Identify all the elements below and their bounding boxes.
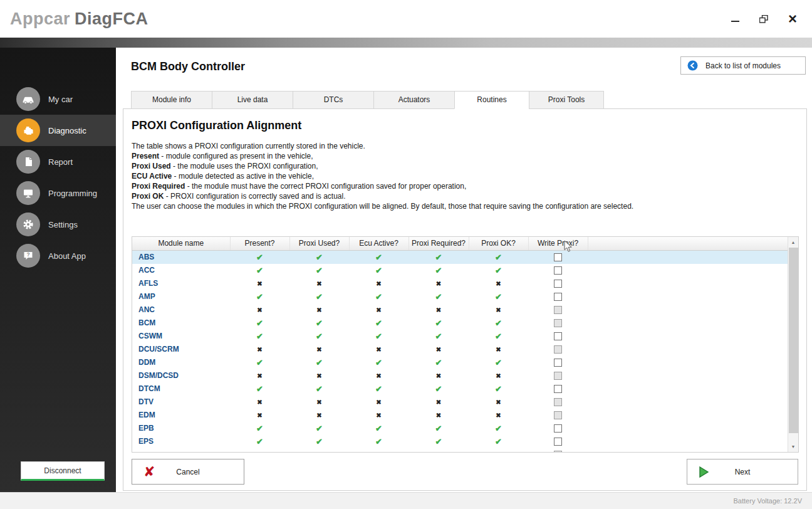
table-row[interactable]: DCU/SCRM✖✖✖✖✖ bbox=[132, 343, 789, 356]
write-proxi-checkbox[interactable] bbox=[554, 280, 562, 288]
car-icon bbox=[16, 87, 40, 111]
write-proxi-checkbox[interactable] bbox=[554, 332, 562, 340]
filler-cell bbox=[588, 435, 789, 448]
window-controls: × bbox=[729, 13, 798, 24]
module-name-cell: EPB bbox=[132, 422, 230, 435]
close-button[interactable]: × bbox=[787, 13, 798, 24]
check-icon: ✔ bbox=[349, 250, 409, 264]
scrollbar-thumb[interactable] bbox=[789, 248, 798, 433]
filler-cell bbox=[588, 448, 789, 453]
description-line: The table shows a PROXI configuration cu… bbox=[132, 141, 799, 151]
minimize-icon bbox=[731, 21, 739, 22]
table-row[interactable]: DSM/DCSD✖✖✖✖✖ bbox=[132, 369, 789, 382]
write-proxi-checkbox[interactable] bbox=[554, 438, 562, 446]
filler-cell bbox=[588, 422, 789, 435]
scroll-up-icon[interactable]: ▲ bbox=[788, 237, 798, 248]
check-icon: ✔ bbox=[289, 382, 349, 396]
write-proxi-checkbox[interactable] bbox=[554, 253, 562, 261]
tab-module-info[interactable]: Module info bbox=[131, 91, 212, 109]
tab-proxi-tools[interactable]: Proxi Tools bbox=[529, 91, 604, 109]
table-row[interactable]: DTV✖✖✖✖✖ bbox=[132, 396, 789, 409]
col-module-name[interactable]: Module name bbox=[132, 237, 230, 250]
title-bar: AppcarDiagFCA × bbox=[0, 0, 812, 38]
cross-icon: ✖ bbox=[230, 303, 289, 317]
table-row[interactable]: AFLS✖✖✖✖✖ bbox=[132, 277, 789, 290]
cross-icon: ✖ bbox=[230, 396, 289, 409]
cross-icon: ✖ bbox=[409, 396, 469, 409]
check-icon: ✔ bbox=[349, 264, 409, 277]
cross-icon: ✖ bbox=[349, 343, 409, 356]
col-proxi-used[interactable]: Proxi Used? bbox=[289, 237, 349, 250]
filler-cell bbox=[588, 382, 789, 396]
table-row[interactable] bbox=[132, 448, 789, 453]
filler-cell bbox=[588, 343, 789, 356]
table-row[interactable]: EDM✖✖✖✖✖ bbox=[132, 409, 789, 422]
tab-live-data[interactable]: Live data bbox=[212, 91, 293, 109]
table-row[interactable]: CSWM✔✔✔✔✔ bbox=[132, 330, 789, 343]
close-icon: × bbox=[788, 13, 797, 24]
table-row[interactable]: ACC✔✔✔✔✔ bbox=[132, 264, 789, 277]
tab-actuators[interactable]: Actuators bbox=[373, 91, 455, 109]
col-present[interactable]: Present? bbox=[230, 237, 289, 250]
table-row[interactable]: AMP✔✔✔✔✔ bbox=[132, 290, 789, 303]
check-icon: ✔ bbox=[230, 422, 289, 435]
write-proxi-checkbox[interactable] bbox=[554, 266, 562, 275]
app-logo: AppcarDiagFCA bbox=[10, 9, 148, 29]
write-proxi-checkbox[interactable] bbox=[554, 359, 562, 367]
description-block: The table shows a PROXI configuration cu… bbox=[132, 141, 799, 211]
module-name-cell: ABS bbox=[132, 250, 230, 264]
write-proxi-checkbox[interactable] bbox=[554, 424, 562, 433]
check-icon: ✔ bbox=[469, 422, 528, 435]
col-proxi-required[interactable]: Proxi Required? bbox=[409, 237, 469, 250]
check-icon: ✔ bbox=[289, 317, 349, 330]
col-write-proxi[interactable]: Write Proxi? bbox=[528, 237, 588, 250]
write-proxi-checkbox[interactable] bbox=[554, 385, 562, 393]
table-row[interactable]: DTCM✔✔✔✔✔ bbox=[132, 382, 789, 396]
app-window: AppcarDiagFCA × My car Diagnostic bbox=[0, 0, 812, 509]
table-row[interactable]: DDM✔✔✔✔✔ bbox=[132, 356, 789, 369]
cancel-button[interactable]: ✘ Cancel bbox=[132, 459, 244, 485]
check-icon: ✔ bbox=[409, 356, 469, 369]
col-proxi-ok[interactable]: Proxi OK? bbox=[469, 237, 528, 250]
module-name-cell: ANC bbox=[132, 303, 230, 317]
minimize-button[interactable] bbox=[729, 13, 741, 24]
filler-cell bbox=[588, 303, 789, 317]
restore-button[interactable] bbox=[758, 13, 769, 24]
write-proxi-checkbox bbox=[554, 411, 562, 419]
sidebar-item-settings[interactable]: Settings bbox=[0, 209, 116, 240]
page-title: BCM Body Controller bbox=[131, 60, 245, 73]
sidebar-item-report[interactable]: Report bbox=[0, 146, 116, 177]
table-header-row: Module name Present? Proxi Used? Ecu Act… bbox=[132, 237, 789, 250]
scroll-down-icon[interactable]: ▼ bbox=[788, 441, 798, 452]
module-name-cell: DDM bbox=[132, 356, 230, 369]
table-row[interactable]: ABS✔✔✔✔✔ bbox=[132, 250, 789, 264]
check-icon: ✔ bbox=[289, 435, 349, 448]
disconnect-button[interactable]: Disconnect bbox=[21, 461, 105, 481]
tab-dtcs[interactable]: DTCs bbox=[293, 91, 374, 109]
sidebar-item-diagnostic[interactable]: Diagnostic bbox=[0, 115, 116, 146]
tab-routines[interactable]: Routines bbox=[454, 91, 529, 109]
next-button[interactable]: Next bbox=[687, 459, 798, 485]
col-ecu-active[interactable]: Ecu Active? bbox=[349, 237, 409, 250]
table-row[interactable]: EPB✔✔✔✔✔ bbox=[132, 422, 789, 435]
sidebar-item-label: Settings bbox=[48, 220, 78, 229]
section-title: PROXI Configuration Alignment bbox=[132, 119, 799, 132]
back-to-modules-button[interactable]: Back to list of modules bbox=[680, 56, 806, 75]
cross-icon: ✖ bbox=[469, 369, 528, 382]
check-icon: ✔ bbox=[349, 435, 409, 448]
table-row[interactable]: EPS✔✔✔✔✔ bbox=[132, 435, 789, 448]
table-row[interactable]: ANC✖✖✖✖✖ bbox=[132, 303, 789, 317]
sidebar-item-my-car[interactable]: My car bbox=[0, 83, 116, 115]
table-row[interactable]: BCM✔✔✔✔✔ bbox=[132, 317, 789, 330]
check-icon: ✔ bbox=[469, 317, 528, 330]
module-name-cell: DCU/SCRM bbox=[132, 343, 230, 356]
write-proxi-checkbox[interactable] bbox=[554, 293, 562, 301]
filler-cell bbox=[588, 317, 789, 330]
module-name-cell: AFLS bbox=[132, 277, 230, 290]
sidebar-item-about-app[interactable]: ? About App bbox=[0, 240, 116, 271]
check-icon: ✔ bbox=[230, 356, 289, 369]
description-line: Proxi Required - the module must have th… bbox=[132, 181, 799, 191]
vertical-scrollbar[interactable]: ▲ ▼ bbox=[788, 237, 798, 452]
filler-cell bbox=[588, 330, 789, 343]
sidebar-item-programming[interactable]: Programming bbox=[0, 177, 116, 209]
